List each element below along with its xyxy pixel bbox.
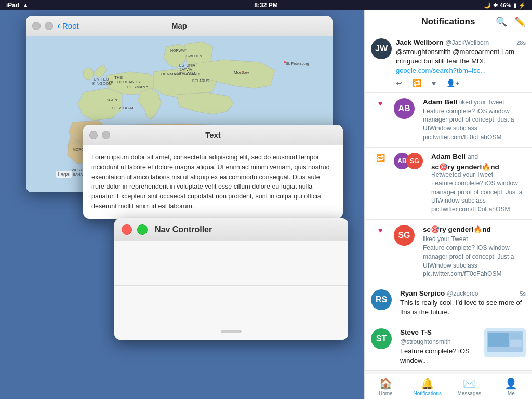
notif-text-jack: @stroughtonsmith @marcoarment I am intri… <box>396 47 526 76</box>
compose-icon[interactable]: ✏️ <box>514 16 526 28</box>
carrier-label: iPad <box>6 2 19 9</box>
me-icon: 👤 <box>504 377 517 390</box>
notif-text-ryan: This is really cool. I'd love to see mor… <box>400 298 526 317</box>
legal-text: Legal <box>56 171 72 178</box>
nav-row-3 <box>114 286 348 308</box>
heart-action-icon: ♥ <box>378 99 382 108</box>
status-right: 🌙 ✱ 46% ▮ ⚡ <box>484 2 526 9</box>
notif-item-retweet[interactable]: 🔁 AB SG Adam Bell and sc🎯ry genderl🔥nd R… <box>365 148 532 220</box>
notif-actions-jack[interactable]: ↩ 🔁 ♥ 👤+ <box>396 79 526 87</box>
notif-item-scary-like[interactable]: ♥ SG sc🎯ry genderl🔥nd liked your Tweet F… <box>365 220 532 284</box>
notif-username-scary: sc🎯ry genderl🔥nd <box>423 225 491 233</box>
notif-handle-jack: @JackWellborn <box>445 39 489 46</box>
notif-action-adam-like: liked your Tweet <box>459 99 504 106</box>
text-minimize-btn[interactable] <box>102 131 110 139</box>
map-titlebar: ‹ Root Map <box>26 16 332 36</box>
map-window-title: Map <box>171 21 187 30</box>
svg-text:BELARUS: BELARUS <box>192 79 209 83</box>
tab-me-label: Me <box>508 391 515 396</box>
notif-user-line-scary: sc🎯ry genderl🔥nd liked your Tweet <box>423 225 526 243</box>
notif-action-scary: liked your Tweet <box>423 235 468 243</box>
nav-window[interactable]: Nav Controller <box>114 218 348 340</box>
notif-handle-steve: @stroughtonsmith <box>400 338 451 345</box>
nav-row-4 <box>114 308 348 330</box>
avatar-jack: JW <box>371 38 392 59</box>
notif-sub-scary: Feature complete? iOS window manager pro… <box>423 244 526 278</box>
notif-link-jack[interactable]: google.com/search?tbm=isc... <box>396 66 486 74</box>
notif-user-line-retweet: Adam Bell and sc🎯ry genderl🔥nd <box>431 153 526 171</box>
svg-point-32 <box>284 61 286 63</box>
notif-user-line-steve: Steve T-S @stroughtonsmith <box>400 328 480 345</box>
svg-point-2 <box>83 68 94 80</box>
notif-user-line-ryan: Ryan Serpico @zuckerco 5s <box>400 289 526 297</box>
text-close-btn[interactable] <box>89 131 98 139</box>
battery-icon: ▮ <box>513 2 516 9</box>
notif-item-jack[interactable]: JW Jack Wellborn @JackWellborn 28s @stro… <box>365 33 532 93</box>
avatar-adam: AB <box>394 98 415 119</box>
notif-header-icons[interactable]: 🔍 ✏️ <box>496 16 526 28</box>
notif-time-ryan: 5s <box>520 290 526 297</box>
status-time: 8:32 PM <box>254 2 277 9</box>
notif-item-ryan[interactable]: RS Ryan Serpico @zuckerco 5s This is rea… <box>365 284 532 323</box>
app-area: ‹ Root Map <box>0 10 364 399</box>
heart-action-icon-2: ♥ <box>378 226 382 234</box>
notif-side-adam-like: ♥ <box>371 98 390 110</box>
nav-row-2 <box>114 263 348 286</box>
map-minimize-btn[interactable] <box>45 22 53 30</box>
notif-handle-ryan: @zuckerco <box>447 290 478 297</box>
nav-maximize-btn[interactable] <box>137 224 148 235</box>
back-label: Root <box>62 21 79 30</box>
svg-text:GERMANY: GERMANY <box>127 85 149 89</box>
search-icon[interactable]: 🔍 <box>496 16 507 28</box>
tab-home[interactable]: 🏠 Home <box>365 374 407 399</box>
tab-notifications[interactable]: 🔔 Notifications <box>407 374 449 399</box>
svg-text:NETHERLANDS: NETHERLANDS <box>109 79 140 84</box>
avatar-stack-retweet: AB SG <box>394 153 423 169</box>
text-titlebar: Text <box>83 125 343 145</box>
text-window-title: Text <box>205 130 221 139</box>
like-btn[interactable]: ♥ <box>432 79 436 87</box>
notif-content-retweet: Adam Bell and sc🎯ry genderl🔥nd Retweeted… <box>431 153 526 214</box>
nav-close-btn[interactable] <box>122 224 132 235</box>
notif-content-scary: sc🎯ry genderl🔥nd liked your Tweet Featur… <box>423 225 526 278</box>
notif-item-adam-like[interactable]: ♥ AB Adam Bell liked your Tweet Feature … <box>365 93 532 148</box>
retweet-btn[interactable]: 🔁 <box>413 79 421 87</box>
notif-content-jack: Jack Wellborn @JackWellborn 28s @strough… <box>396 38 526 87</box>
avatar-scary-small: SG <box>406 153 423 169</box>
notif-username-ryan: Ryan Serpico <box>400 289 445 297</box>
notif-time-jack: 28s <box>516 39 526 46</box>
messages-icon: ✉️ <box>463 377 476 390</box>
notif-list: JW Jack Wellborn @JackWellborn 28s @stro… <box>365 33 532 374</box>
notif-content-adam-like: Adam Bell liked your Tweet Feature compl… <box>423 98 526 142</box>
notif-item-steve[interactable]: ST Steve T-S @stroughtonsmith Feature co… <box>365 323 532 371</box>
svg-text:PORTUGAL: PORTUGAL <box>112 105 135 110</box>
map-window-buttons[interactable] <box>32 22 53 30</box>
notif-header: Notifications 🔍 ✏️ <box>365 10 532 33</box>
svg-text:LITHUANIA: LITHUANIA <box>177 72 196 75</box>
tab-bar: 🏠 Home 🔔 Notifications ✉️ Messages 👤 Me <box>365 374 532 399</box>
tweet-preview-img <box>484 328 526 357</box>
wifi-icon: ▲ <box>22 2 29 9</box>
notif-content-ryan: Ryan Serpico @zuckerco 5s This is really… <box>400 289 526 317</box>
main-area: ‹ Root Map <box>0 10 532 399</box>
notif-retweet-action: Retweeted your Tweet <box>431 171 526 178</box>
svg-text:SWEDEN: SWEDEN <box>186 54 202 58</box>
notifications-icon: 🔔 <box>421 377 434 390</box>
tab-notifications-label: Notifications <box>414 391 442 396</box>
notif-text-steve: Feature complete? iOS window... <box>400 347 480 365</box>
text-window-buttons[interactable] <box>89 131 110 139</box>
reply-btn[interactable]: ↩ <box>396 79 402 87</box>
svg-text:Moscow: Moscow <box>234 70 249 75</box>
tab-messages[interactable]: ✉️ Messages <box>448 374 490 399</box>
back-button[interactable]: ‹ Root <box>57 20 79 31</box>
text-window[interactable]: Text Lorem ipsum dolor sit amet, consect… <box>83 125 343 219</box>
svg-rect-41 <box>510 332 522 339</box>
follow-btn[interactable]: 👤+ <box>446 79 459 87</box>
scroll-indicator <box>221 330 242 332</box>
notif-username-adam-like: Adam Bell <box>423 98 457 106</box>
map-close-btn[interactable] <box>32 22 41 30</box>
tab-home-label: Home <box>379 391 393 396</box>
tab-me[interactable]: 👤 Me <box>490 374 533 399</box>
notif-user-line-adam-like: Adam Bell liked your Tweet <box>423 98 526 106</box>
nav-body <box>114 241 348 340</box>
